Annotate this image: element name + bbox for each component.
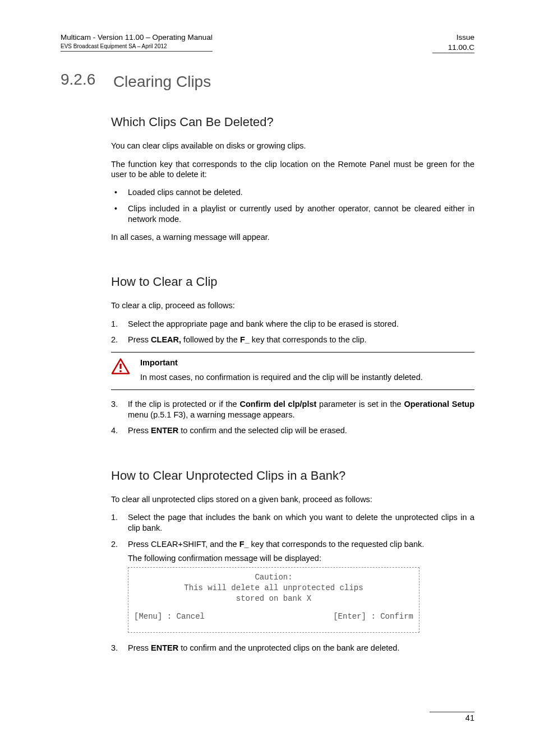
- step-item: Press CLEAR+SHIFT, and the F_ key that c…: [111, 539, 474, 633]
- page-number: 41: [430, 712, 474, 722]
- ordered-steps-cont: If the clip is protected or if the Confi…: [111, 399, 474, 437]
- section-number: 9.2.6: [61, 71, 108, 89]
- page-header: Multicam - Version 11.00 – Operating Man…: [61, 33, 474, 54]
- subheading-which-clips: Which Clips Can Be Deleted?: [111, 115, 474, 129]
- paragraph: To clear all unprotected clips stored on…: [111, 494, 474, 504]
- ordered-steps: Select the appropriate page and bank whe…: [111, 319, 474, 346]
- confirmation-dialog: Caution: This will delete all unprotecte…: [128, 567, 419, 633]
- step-item: Press ENTER to confirm and the unprotect…: [111, 643, 474, 653]
- header-issue-value: 11.00.C: [432, 43, 474, 53]
- bullet-item: Clips included in a playlist or currentl…: [111, 203, 474, 225]
- bullet-item: Loaded clips cannot be deleted.: [111, 187, 474, 198]
- important-label: Important: [140, 357, 423, 369]
- section-title: Clearing Clips: [113, 73, 211, 91]
- step-item: Select the page that includes the bank o…: [111, 512, 474, 534]
- paragraph: In all cases, a warning message will app…: [111, 232, 474, 242]
- subheading-how-to-clear: How to Clear a Clip: [111, 275, 474, 289]
- caution-line: This will delete all unprotected clips: [134, 583, 413, 593]
- important-text: In most cases, no confirmation is requir…: [140, 373, 423, 382]
- caution-confirm: [Enter] : Confirm: [333, 611, 413, 622]
- step-subtext: The following confirmation message will …: [128, 553, 474, 564]
- ordered-steps-b-cont: Press ENTER to confirm and the unprotect…: [111, 643, 474, 653]
- bullet-list: Loaded clips cannot be deleted. Clips in…: [111, 187, 474, 225]
- caution-line: stored on bank X: [134, 593, 413, 604]
- caution-line: Caution:: [134, 572, 413, 583]
- step-item: If the clip is protected or if the Confi…: [111, 399, 474, 420]
- paragraph: The function key that corresponds to the…: [111, 159, 474, 179]
- header-left: Multicam - Version 11.00 – Operating Man…: [61, 33, 213, 52]
- warning-icon: [111, 358, 130, 375]
- header-subtitle: EVS Broadcast Equipment SA – April 2012: [61, 43, 213, 52]
- header-issue-label: Issue: [432, 33, 474, 43]
- step-item: Select the appropriate page and bank whe…: [111, 319, 474, 330]
- step-item: Press CLEAR, followed by the F_ key that…: [111, 335, 474, 345]
- section-heading: 9.2.6 Clearing Clips: [61, 71, 474, 91]
- important-content: Important In most cases, no confirmation…: [140, 357, 423, 384]
- subheading-clear-bank: How to Clear Unprotected Clips in a Bank…: [111, 469, 474, 483]
- header-right: Issue 11.00.C: [432, 33, 474, 53]
- header-title: Multicam - Version 11.00 – Operating Man…: [61, 33, 213, 43]
- svg-rect-0: [119, 364, 121, 369]
- paragraph: You can clear clips available on disks o…: [111, 141, 474, 151]
- paragraph: To clear a clip, proceed as follows:: [111, 300, 474, 310]
- ordered-steps-b: Select the page that includes the bank o…: [111, 512, 474, 633]
- important-callout: Important In most cases, no confirmation…: [111, 352, 474, 390]
- step-item: Press ENTER to confirm and the selected …: [111, 425, 474, 436]
- caution-cancel: [Menu] : Cancel: [134, 611, 205, 622]
- svg-point-1: [119, 370, 122, 373]
